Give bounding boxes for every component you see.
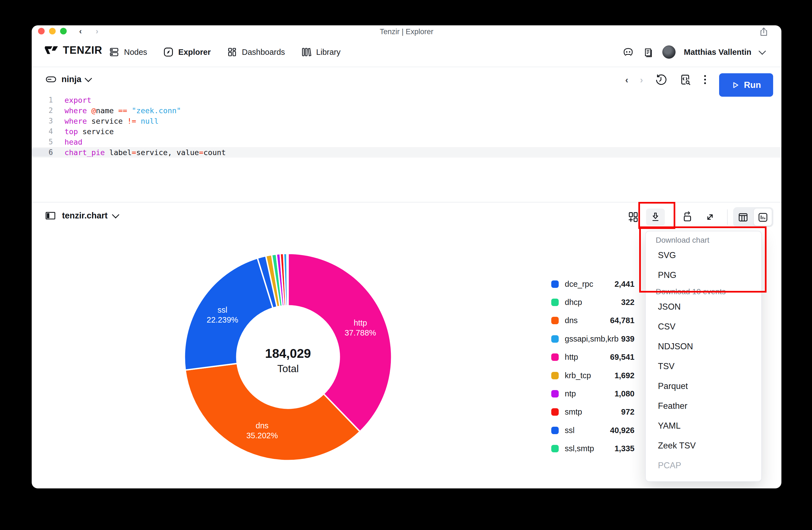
legend-value: 40,926	[610, 426, 635, 435]
chevron-down-icon[interactable]	[758, 47, 766, 55]
legend-item[interactable]: dce_rpc2,441	[551, 279, 635, 290]
avatar[interactable]	[662, 45, 676, 59]
menu-item-ndjson[interactable]: NDJSON	[658, 342, 693, 352]
explorer-icon	[163, 46, 174, 58]
nav-item-library[interactable]: Library	[301, 46, 341, 58]
legend-item[interactable]: ntp1,080	[551, 388, 635, 399]
expand-results-button[interactable]	[704, 211, 716, 223]
history-icon[interactable]	[655, 73, 667, 86]
docs-icon[interactable]	[642, 46, 654, 58]
share-icon[interactable]	[758, 27, 769, 37]
run-button[interactable]: Run	[719, 73, 773, 97]
code-token: service	[87, 117, 127, 126]
menu-item-zeek-tsv[interactable]: Zeek TSV	[658, 441, 696, 451]
legend-item[interactable]: krb_tcp1,692	[551, 370, 635, 381]
menu-item-tsv[interactable]: TSV	[658, 362, 675, 371]
kebab-menu-icon[interactable]	[703, 73, 707, 86]
slice-name: http	[345, 318, 376, 328]
brand-text: TENZIR	[63, 44, 102, 56]
code-line[interactable]: 6chart_pie label=service, value=count	[32, 147, 781, 158]
copy-restart-icon	[681, 211, 694, 223]
legend-label: dce_rpc	[565, 280, 593, 289]
legend-item[interactable]: gssapi,smb,krb939	[551, 333, 635, 344]
pie-slice-dhcp[interactable]	[287, 253, 288, 306]
table-view-button[interactable]	[737, 211, 749, 223]
legend-color-chip	[551, 299, 559, 306]
menu-item-svg[interactable]: SVG	[658, 250, 676, 260]
nav-item-label: Dashboards	[242, 48, 285, 57]
pipeline-editor[interactable]: 1export2where @name == "zeek.conn"3where…	[32, 95, 781, 158]
pie-total-value: 184,029	[183, 346, 393, 361]
nav-item-dashboards[interactable]: Dashboards	[226, 46, 285, 58]
menu-item-yaml[interactable]: YAML	[658, 421, 681, 431]
pie-slice-label: http37.788%	[345, 318, 376, 338]
window-title: Tenzir | Explorer	[32, 28, 781, 36]
legend-item[interactable]: dns64,781	[551, 315, 635, 326]
nav-item-nodes[interactable]: Nodes	[108, 46, 147, 58]
pie-slice-dns[interactable]	[185, 363, 360, 460]
menu-item-pcap: PCAP	[658, 460, 681, 471]
code-line[interactable]: 3where service != null	[32, 116, 781, 126]
pie-slice-label: dns35.202%	[246, 421, 278, 441]
pipeline-toolbar: ninja ‹ ›	[32, 67, 781, 93]
legend-value: 1,080	[614, 389, 635, 398]
toolbar-separator	[727, 209, 728, 225]
pipeline-selector[interactable]: ninja	[45, 74, 91, 85]
legend-label: dhcp	[565, 298, 582, 307]
redo-forward-icon[interactable]: ›	[640, 74, 643, 85]
tenzir-logo[interactable]: TENZIR	[44, 44, 102, 56]
run-label: Run	[744, 80, 761, 90]
download-button[interactable]	[646, 208, 665, 226]
code-token	[127, 106, 132, 115]
nav-item-explorer[interactable]: Explorer	[163, 46, 211, 58]
code-token: , value	[168, 148, 199, 157]
menu-item-png[interactable]: PNG	[658, 270, 677, 280]
legend-item[interactable]: http69,541	[551, 352, 635, 363]
code-token: count	[203, 148, 226, 157]
code-line[interactable]: 5head	[32, 137, 781, 147]
undo-back-icon[interactable]: ‹	[625, 74, 628, 85]
code-token: label	[105, 148, 132, 157]
legend-color-chip	[551, 335, 559, 343]
slice-percent: 22.239%	[207, 315, 238, 325]
menu-item-csv[interactable]: CSV	[658, 322, 676, 332]
legend-item[interactable]: smtp972	[551, 407, 635, 417]
menu-item-json[interactable]: JSON	[658, 302, 681, 312]
pipeline-name: ninja	[61, 74, 81, 84]
pipeline-link-icon	[45, 74, 57, 85]
code-search-icon[interactable]	[679, 73, 692, 86]
legend-item[interactable]: dhcp322	[551, 297, 635, 308]
results-header: tenzir.chart	[32, 203, 781, 233]
pie-slice-http[interactable]	[288, 253, 392, 432]
line-number: 5	[32, 138, 53, 146]
menu-item-parquet[interactable]: Parquet	[658, 381, 688, 391]
legend-label: ssl	[565, 426, 575, 435]
code-line[interactable]: 4top service	[32, 126, 781, 137]
code-line[interactable]: 2where @name == "zeek.conn"	[32, 105, 781, 116]
code-token: !=	[127, 117, 136, 126]
code-token: service	[78, 127, 114, 136]
legend-value: 64,781	[610, 316, 635, 325]
code-line[interactable]: 1export	[32, 95, 781, 105]
legend-item[interactable]: ssl40,926	[551, 425, 635, 436]
line-number: 2	[32, 106, 53, 115]
download-menu: Download chartSVGPNGDownload 10 eventsJS…	[645, 231, 762, 482]
menu-item-feather[interactable]: Feather	[658, 401, 687, 411]
code-text: where service != null	[64, 117, 159, 126]
add-to-dashboard-button[interactable]	[627, 211, 640, 223]
code-token: service	[136, 148, 168, 157]
legend-label: gssapi,smb,krb	[565, 335, 619, 343]
legend-item[interactable]: ssl,smtp1,335	[551, 443, 635, 454]
chart-view-button[interactable]	[757, 211, 769, 223]
code-token: null	[141, 117, 159, 126]
slice-percent: 35.202%	[246, 430, 278, 441]
menu-section-header: Download 10 events	[656, 287, 726, 296]
library-icon	[301, 46, 312, 58]
add-to-dashboard-icon	[627, 211, 640, 223]
legend-label: ntp	[565, 389, 576, 398]
copy-results-button[interactable]	[681, 211, 694, 223]
discord-icon[interactable]	[622, 46, 634, 58]
code-token: =	[132, 148, 136, 157]
view-mode-toggle	[733, 207, 773, 227]
code-text: head	[64, 138, 83, 146]
